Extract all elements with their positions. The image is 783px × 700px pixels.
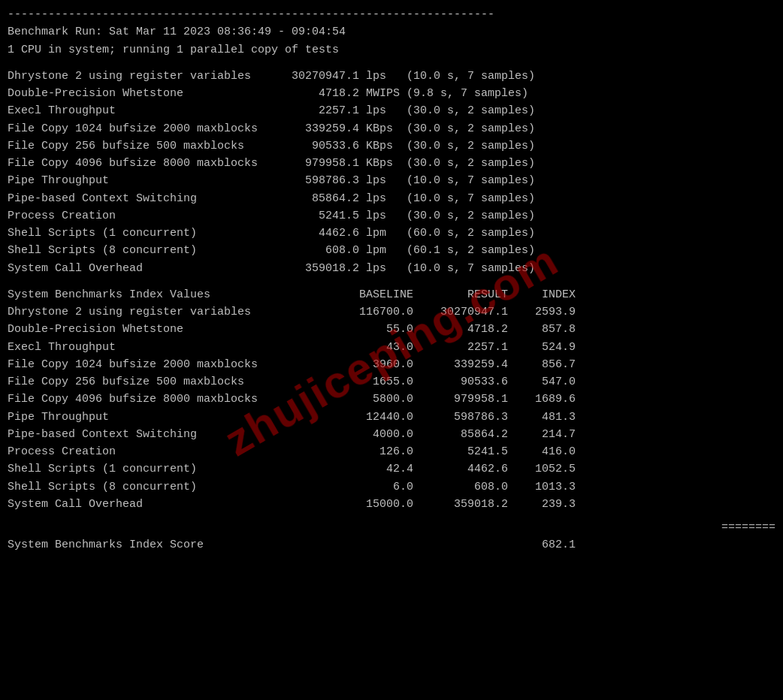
index-row: Dhrystone 2 using register variables 116… (8, 303, 775, 321)
index-section: System Benchmarks Index Values BASELINE … (8, 286, 775, 513)
terminal-output: ----------------------------------------… (8, 6, 775, 554)
index-row: File Copy 1024 bufsize 2000 maxblocks 39… (8, 356, 775, 373)
index-row: Process Creation 126.0 5241.5 416.0 (8, 443, 775, 460)
raw-result-row: File Copy 1024 bufsize 2000 maxblocks 33… (8, 120, 775, 137)
raw-result-row: Execl Throughput 2257.1 lps (30.0 s, 2 s… (8, 102, 775, 119)
index-row: Double-Precision Whetstone 55.0 4718.2 8… (8, 321, 775, 338)
raw-result-row: Pipe-based Context Switching 85864.2 lps… (8, 190, 775, 207)
index-row: File Copy 4096 bufsize 8000 maxblocks 58… (8, 391, 775, 408)
header-line2: 1 CPU in system; running 1 parallel copy… (8, 41, 775, 59)
raw-result-row: Double-Precision Whetstone 4718.2 MWIPS … (8, 85, 775, 102)
raw-result-row: Pipe Throughput 598786.3 lps (10.0 s, 7 … (8, 172, 775, 189)
raw-result-row: System Call Overhead 359018.2 lps (10.0 … (8, 260, 775, 277)
header-section: Benchmark Run: Sat Mar 11 2023 08:36:49 … (8, 23, 775, 59)
raw-result-row: Process Creation 5241.5 lps (30.0 s, 2 s… (8, 207, 775, 225)
raw-result-row: Shell Scripts (8 concurrent) 608.0 lpm (… (8, 242, 775, 259)
raw-results-section: Dhrystone 2 using register variables 302… (8, 68, 775, 277)
raw-result-row: File Copy 4096 bufsize 8000 maxblocks 97… (8, 155, 775, 172)
index-row: System Call Overhead 15000.0 359018.2 23… (8, 496, 775, 513)
header-line1: Benchmark Run: Sat Mar 11 2023 08:36:49 … (8, 23, 775, 41)
score-line: System Benchmarks Index Score 682.1 (8, 536, 775, 554)
index-row: Shell Scripts (1 concurrent) 42.4 4462.6… (8, 460, 775, 478)
index-row: Execl Throughput 43.0 2257.1 524.9 (8, 339, 775, 356)
separator-top: ----------------------------------------… (8, 6, 775, 23)
index-row: File Copy 256 bufsize 500 maxblocks 1655… (8, 373, 775, 391)
raw-result-row: File Copy 256 bufsize 500 maxblocks 9053… (8, 137, 775, 155)
raw-result-row: Shell Scripts (1 concurrent) 4462.6 lpm … (8, 225, 775, 242)
index-row: Pipe-based Context Switching 4000.0 8586… (8, 426, 775, 443)
index-row: Pipe Throughput 12440.0 598786.3 481.3 (8, 409, 775, 426)
score-section: ========System Benchmarks Index Score 68… (8, 519, 775, 554)
equals-line: ======== (8, 519, 775, 536)
index-table-header: System Benchmarks Index Values BASELINE … (8, 286, 775, 303)
index-row: Shell Scripts (8 concurrent) 6.0 608.0 1… (8, 478, 775, 496)
raw-result-row: Dhrystone 2 using register variables 302… (8, 68, 775, 85)
